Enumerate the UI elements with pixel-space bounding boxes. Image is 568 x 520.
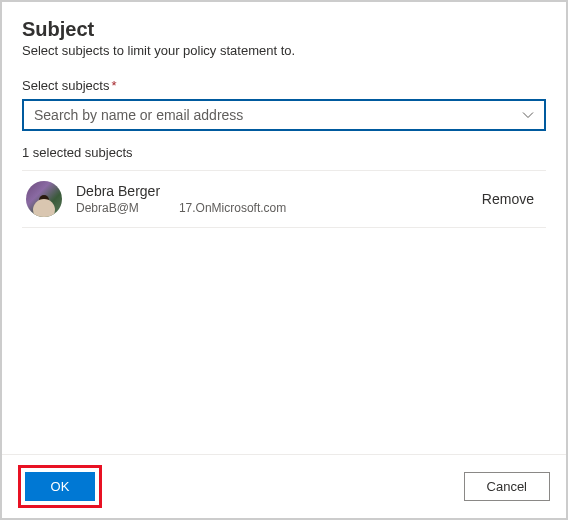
chevron-down-icon[interactable] [522,109,534,121]
ok-button[interactable]: OK [25,472,95,501]
ok-highlight-box: OK [18,465,102,508]
search-placeholder: Search by name or email address [34,107,522,123]
search-input[interactable]: Search by name or email address [22,99,546,131]
page-title: Subject [22,18,546,41]
cancel-button[interactable]: Cancel [464,472,550,501]
avatar [26,181,62,217]
selected-list: Debra Berger DebraB@M17.OnMicrosoft.com … [22,170,546,228]
selected-count: 1 selected subjects [22,145,546,160]
subject-email: DebraB@M17.OnMicrosoft.com [76,201,474,215]
dialog-footer: OK Cancel [2,454,566,518]
select-subjects-label: Select subjects* [22,78,546,93]
subject-name: Debra Berger [76,183,474,199]
page-subtitle: Select subjects to limit your policy sta… [22,43,546,58]
list-item: Debra Berger DebraB@M17.OnMicrosoft.com … [22,171,546,228]
required-marker: * [111,78,116,93]
remove-button[interactable]: Remove [474,187,542,211]
